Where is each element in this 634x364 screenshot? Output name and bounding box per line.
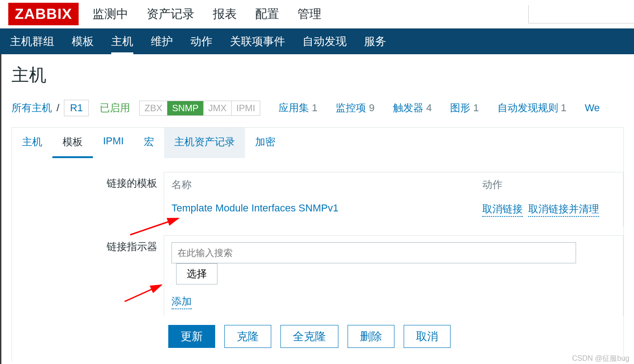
link-indicator-box: 选择 添加 <box>164 235 623 316</box>
delete-button[interactable]: 删除 <box>348 325 394 348</box>
tab-inventory[interactable]: 主机资产记录 <box>164 128 245 158</box>
stat-graphs[interactable]: 图形 1 <box>450 101 479 115</box>
stat-triggers[interactable]: 触发器 4 <box>393 101 432 115</box>
tab-ipmi[interactable]: IPMI <box>93 128 134 158</box>
proto-jmx: JMX <box>204 101 232 115</box>
page-title: 主机 <box>11 63 624 87</box>
subnav-hostgroups[interactable]: 主机群组 <box>10 28 54 54</box>
tab-macros[interactable]: 宏 <box>134 128 164 158</box>
full-clone-button[interactable]: 全克隆 <box>280 325 338 348</box>
tab-panel: 主机 模板 IPMI 宏 主机资产记录 加密 链接的模板 名称 动作 Templ… <box>11 127 624 362</box>
host-filter-row: 所有主机 / R1 已启用 ZBX SNMP JMX IPMI 应用集 1 监控… <box>11 100 624 116</box>
unlink-action[interactable]: 取消链接 <box>482 202 523 217</box>
link-indicator-label: 链接指示器 <box>12 235 164 254</box>
button-row: 更新 克隆 全克隆 删除 取消 <box>168 325 623 348</box>
subnav-templates[interactable]: 模板 <box>72 28 94 54</box>
logo: ZABBIX <box>8 3 79 25</box>
proto-ipmi: IPMI <box>232 101 260 115</box>
top-bar: ZABBIX 监测中 资产记录 报表 配置 管理 <box>0 0 634 28</box>
stat-web[interactable]: We <box>585 102 600 114</box>
topnav-reports[interactable]: 报表 <box>213 0 237 29</box>
clone-button[interactable]: 克隆 <box>224 325 271 348</box>
template-link[interactable]: Template Module Interfaces SNMPv1 <box>171 202 482 217</box>
topnav-configuration[interactable]: 配置 <box>255 0 279 29</box>
tab-host[interactable]: 主机 <box>12 128 52 158</box>
subnav-correlation[interactable]: 关联项事件 <box>230 28 285 54</box>
stat-items[interactable]: 监控项 9 <box>336 101 374 115</box>
status-enabled[interactable]: 已启用 <box>100 101 130 115</box>
update-button[interactable]: 更新 <box>168 325 215 348</box>
stat-discovery-rules[interactable]: 自动发现规则 1 <box>497 101 566 115</box>
subnav-discovery[interactable]: 自动发现 <box>303 28 347 54</box>
col-action: 动作 <box>482 178 616 192</box>
proto-snmp: SNMP <box>167 101 204 115</box>
select-button[interactable]: 选择 <box>176 263 217 284</box>
tab-encryption[interactable]: 加密 <box>245 128 286 158</box>
proto-zbx: ZBX <box>140 101 167 115</box>
protocol-badges: ZBX SNMP JMX IPMI <box>139 101 260 116</box>
stat-applications[interactable]: 应用集 1 <box>279 101 317 115</box>
watermark: CSDN @征服bug <box>572 354 629 364</box>
top-nav: 监测中 资产记录 报表 配置 管理 <box>92 0 321 29</box>
subnav-actions[interactable]: 动作 <box>190 28 212 54</box>
subnav-hosts[interactable]: 主机 <box>111 28 133 54</box>
form-area: 链接的模板 名称 动作 Template Module Interfaces S… <box>12 158 623 362</box>
subnav-maintenance[interactable]: 维护 <box>151 28 173 54</box>
global-search-input[interactable] <box>528 5 634 23</box>
breadcrumb-host[interactable]: R1 <box>64 100 89 116</box>
cancel-button[interactable]: 取消 <box>404 325 451 348</box>
tab-templates[interactable]: 模板 <box>52 128 93 158</box>
add-link[interactable]: 添加 <box>171 295 192 309</box>
content: 主机 所有主机 / R1 已启用 ZBX SNMP JMX IPMI 应用集 1… <box>0 54 634 364</box>
linked-templates-table: 名称 动作 Template Module Interfaces SNMPv1 … <box>164 172 623 226</box>
subnav-services[interactable]: 服务 <box>364 28 386 54</box>
unlink-clear-action[interactable]: 取消链接并清理 <box>528 202 599 217</box>
template-search-input[interactable] <box>171 242 576 263</box>
sub-nav: 主机群组 模板 主机 维护 动作 关联项事件 自动发现 服务 <box>0 28 634 54</box>
breadcrumb-all-hosts[interactable]: 所有主机 <box>11 101 52 115</box>
topnav-inventory[interactable]: 资产记录 <box>147 0 194 29</box>
topnav-monitoring[interactable]: 监测中 <box>92 0 128 29</box>
col-name: 名称 <box>171 178 482 192</box>
topnav-administration[interactable]: 管理 <box>297 0 321 29</box>
breadcrumb-separator: / <box>57 102 59 114</box>
tabs: 主机 模板 IPMI 宏 主机资产记录 加密 <box>12 128 623 158</box>
linked-templates-label: 链接的模板 <box>12 172 164 190</box>
